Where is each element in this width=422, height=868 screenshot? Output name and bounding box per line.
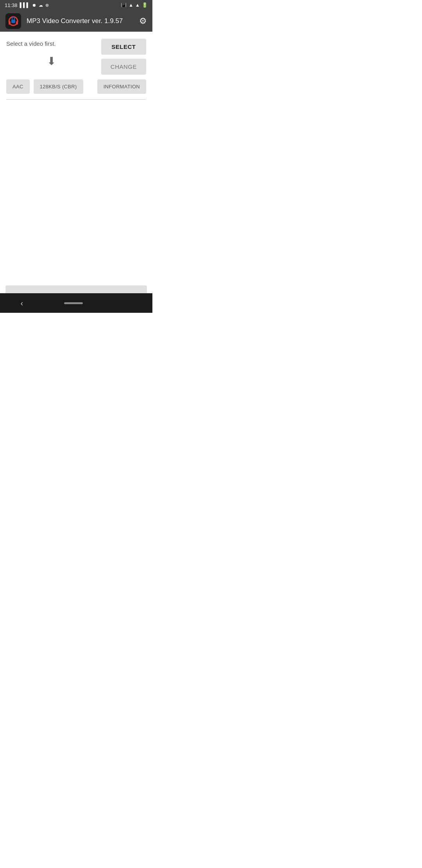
svg-rect-1 [9, 21, 11, 25]
app-bar: MP3 Video Converter ver. 1.9.57 ⚙ [0, 11, 152, 32]
options-row: AAC 128KB/S (CBR) INFORMATION [6, 79, 146, 94]
bitrate-button[interactable]: 128KB/S (CBR) [34, 79, 83, 94]
content-area [6, 100, 146, 282]
information-button[interactable]: INFORMATION [97, 79, 146, 94]
page-wrapper: 11:38 ▌▌▌ ⏺ ☁ ⊗ 📳 ▲ ▲ 🔋 MP3 Video [0, 0, 152, 313]
svg-rect-2 [16, 21, 18, 25]
home-button[interactable] [64, 302, 83, 304]
change-button[interactable]: CHANGE [101, 59, 146, 75]
battery-icon: 🔋 [142, 2, 148, 8]
signal-strength-icon: ▲ [135, 2, 140, 8]
time-display: 11:38 [5, 2, 18, 8]
download-arrow-icon: ⬇ [47, 55, 56, 68]
aac-button[interactable]: AAC [6, 79, 30, 94]
select-prompt: Select a video first. [6, 40, 56, 47]
app-title: MP3 Video Converter ver. 1.9.57 [27, 17, 134, 25]
wifi-icon: ▲ [129, 2, 133, 8]
settings-icon[interactable]: ⚙ [139, 16, 147, 26]
signal-icon: ▌▌▌ [20, 2, 30, 8]
back-button[interactable]: ‹ [21, 299, 23, 308]
vibrate-icon: 📳 [121, 2, 127, 8]
right-buttons: SELECT CHANGE [101, 39, 146, 75]
screen-record-icon: ⏺ [32, 3, 36, 7]
status-bar: 11:38 ▌▌▌ ⏺ ☁ ⊗ 📳 ▲ ▲ 🔋 [0, 0, 152, 11]
vpn-icon: ⊗ [45, 3, 49, 8]
cloud-icon: ☁ [39, 3, 43, 8]
app-logo [5, 13, 21, 29]
status-right: 📳 ▲ ▲ 🔋 [121, 2, 148, 8]
status-left: 11:38 ▌▌▌ ⏺ ☁ ⊗ [5, 2, 49, 8]
main-content: Select a video first. ⬇ SELECT CHANGE AA… [0, 32, 152, 282]
select-button[interactable]: SELECT [101, 39, 146, 55]
nav-bar: ‹ [0, 293, 152, 313]
svg-rect-3 [11, 20, 15, 23]
top-section: Select a video first. ⬇ SELECT CHANGE [6, 39, 146, 75]
left-section: Select a video first. ⬇ [6, 39, 97, 68]
